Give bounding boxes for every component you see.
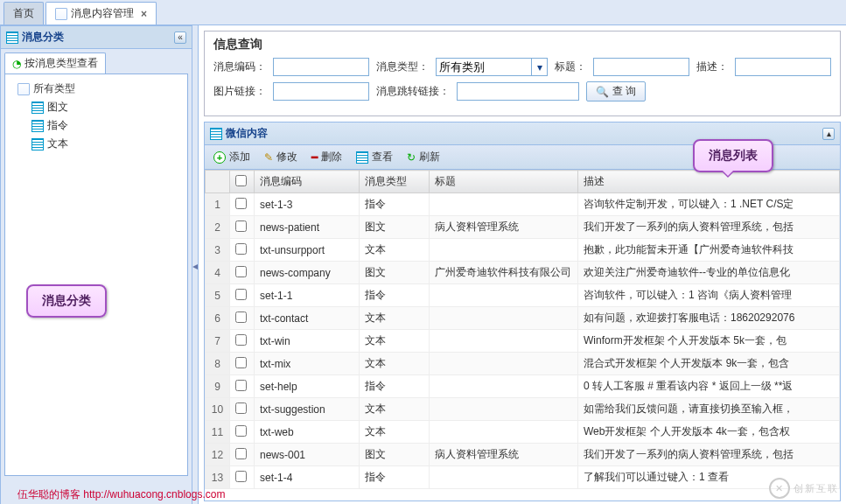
table-row[interactable]: 1set-1-3指令咨询软件定制开发，可以键入：1 .NET C/S定 bbox=[206, 193, 840, 216]
table-row[interactable]: 7txt-win文本Winform开发框架 个人开发版本 5k一套，包 bbox=[206, 330, 840, 353]
grid-title: 微信内容 bbox=[226, 126, 268, 141]
table-row[interactable]: 11txt-web文本Web开发框架 个人开发版本 4k一套，包含权 bbox=[206, 421, 840, 444]
cell-type: 文本 bbox=[360, 307, 430, 330]
row-checkbox[interactable] bbox=[235, 198, 247, 209]
refresh-icon: ↻ bbox=[407, 151, 416, 164]
cell-rownum: 3 bbox=[206, 239, 230, 262]
delete-button[interactable]: ━删除 bbox=[308, 148, 346, 166]
grid-icon bbox=[356, 151, 368, 164]
search-button[interactable]: 🔍查 询 bbox=[586, 81, 646, 102]
tree-cmd[interactable]: 指令 bbox=[10, 116, 182, 135]
cell-title bbox=[430, 330, 578, 353]
row-checkbox[interactable] bbox=[235, 220, 247, 232]
cell-title: 病人资料管理系统 bbox=[430, 216, 578, 239]
cell-code: news-company bbox=[255, 262, 360, 284]
input-title[interactable] bbox=[593, 58, 689, 76]
table-row[interactable]: 3txt-unsurpport文本抱歉，此功能暂未开通【广州爱奇迪软件科技 bbox=[206, 239, 840, 262]
cell-code: set-1-1 bbox=[255, 284, 360, 307]
add-button[interactable]: +添加 bbox=[210, 148, 254, 166]
chevron-down-icon[interactable]: ▾ bbox=[532, 58, 548, 76]
input-type[interactable] bbox=[436, 58, 532, 76]
cell-title bbox=[430, 375, 578, 398]
collapse-up-icon[interactable]: ▴ bbox=[822, 128, 835, 140]
tree-imgtxt[interactable]: 图文 bbox=[10, 98, 182, 116]
cell-type: 文本 bbox=[360, 239, 430, 262]
content: 信息查询 消息编码： 消息类型： ▾ 标题： 描述： 图片链接： 消息跳转链接：… bbox=[199, 25, 846, 504]
input-code[interactable] bbox=[273, 58, 369, 76]
watermark: ✕创新互联 bbox=[769, 478, 839, 499]
cell-desc: 混合式开发框架 个人开发版本 9k一套，包含 bbox=[578, 353, 840, 375]
doc-icon bbox=[55, 8, 67, 20]
cell-check bbox=[230, 307, 255, 330]
row-checkbox[interactable] bbox=[235, 243, 247, 255]
label-imglink: 图片链接： bbox=[213, 84, 266, 99]
row-checkbox[interactable] bbox=[235, 334, 247, 346]
tab-manage[interactable]: 消息内容管理 × bbox=[45, 2, 157, 24]
col-desc[interactable]: 描述 bbox=[578, 171, 840, 193]
table-row[interactable]: 10txt-suggestion文本如需给我们反馈问题，请直接切换至输入框， bbox=[206, 398, 840, 421]
table-row[interactable]: 4news-company图文广州爱奇迪软件科技有限公司欢迎关注广州爱奇迪软件-… bbox=[206, 262, 840, 284]
splitter[interactable]: ◂ bbox=[192, 25, 199, 504]
check-all[interactable] bbox=[235, 175, 247, 186]
row-checkbox[interactable] bbox=[235, 402, 247, 414]
grid-icon bbox=[31, 138, 44, 150]
tree: 所有类型 图文 指令 文本 bbox=[4, 74, 188, 476]
table-row[interactable]: 13set-1-4指令了解我们可以通过键入：1 查看 bbox=[206, 466, 840, 489]
cell-check bbox=[230, 444, 255, 466]
cell-desc: 咨询软件，可以键入：1 咨询《病人资料管理 bbox=[578, 284, 840, 307]
input-desc[interactable] bbox=[735, 58, 831, 76]
top-tabs: 首页 消息内容管理 × bbox=[0, 0, 846, 25]
cell-check bbox=[230, 330, 255, 353]
cell-check bbox=[230, 239, 255, 262]
cell-rownum: 10 bbox=[206, 398, 230, 421]
doc-icon bbox=[17, 83, 30, 95]
cell-title bbox=[430, 193, 578, 216]
table-row[interactable]: 8txt-mix文本混合式开发框架 个人开发版本 9k一套，包含 bbox=[206, 353, 840, 375]
row-checkbox[interactable] bbox=[235, 425, 247, 437]
row-checkbox[interactable] bbox=[235, 471, 247, 482]
row-checkbox[interactable] bbox=[235, 448, 247, 459]
edit-button[interactable]: ✎修改 bbox=[261, 148, 301, 166]
input-jumplink[interactable] bbox=[457, 82, 579, 101]
row-checkbox[interactable] bbox=[235, 289, 247, 300]
table-row[interactable]: 2news-patient图文病人资料管理系统我们开发了一系列的病人资料管理系统… bbox=[206, 216, 840, 239]
tree-all[interactable]: 所有类型 bbox=[10, 80, 182, 98]
tree-imgtxt-label: 图文 bbox=[47, 100, 68, 115]
sidebar-title: 消息分类 bbox=[22, 30, 64, 45]
tab-manage-label: 消息内容管理 bbox=[71, 6, 134, 21]
cell-type: 指令 bbox=[360, 284, 430, 307]
cell-rownum: 6 bbox=[206, 307, 230, 330]
table-row[interactable]: 9set-help指令0 转人工客服 # 重看该内容 * 返回上一级 **返 bbox=[206, 375, 840, 398]
tab-home[interactable]: 首页 bbox=[3, 2, 44, 24]
cell-code: txt-web bbox=[255, 421, 360, 444]
collapse-left-icon[interactable]: « bbox=[174, 32, 186, 44]
cell-type: 图文 bbox=[360, 444, 430, 466]
col-type[interactable]: 消息类型 bbox=[360, 171, 430, 193]
view-label: 查看 bbox=[372, 150, 393, 164]
col-title[interactable]: 标题 bbox=[430, 171, 578, 193]
cell-check bbox=[230, 193, 255, 216]
table-row[interactable]: 6txt-contact文本如有问题，欢迎拨打客服电话：18620292076 bbox=[206, 307, 840, 330]
view-button[interactable]: 查看 bbox=[353, 148, 396, 166]
tree-text[interactable]: 文本 bbox=[10, 135, 182, 153]
chart-icon: ◔ bbox=[12, 58, 21, 70]
sidebar-subtab[interactable]: ◔按消息类型查看 bbox=[4, 52, 106, 74]
cell-type: 图文 bbox=[360, 262, 430, 284]
add-label: 添加 bbox=[229, 150, 250, 164]
table-row[interactable]: 5set-1-1指令咨询软件，可以键入：1 咨询《病人资料管理 bbox=[206, 284, 840, 307]
row-checkbox[interactable] bbox=[235, 312, 247, 323]
row-checkbox[interactable] bbox=[235, 357, 247, 368]
watermark-icon: ✕ bbox=[769, 478, 790, 499]
table-row[interactable]: 12news-001图文病人资料管理系统我们开发了一系列的病人资料管理系统，包括 bbox=[206, 444, 840, 466]
row-checkbox[interactable] bbox=[235, 380, 247, 391]
cell-check bbox=[230, 375, 255, 398]
refresh-button[interactable]: ↻刷新 bbox=[403, 148, 444, 166]
close-icon[interactable]: × bbox=[141, 8, 147, 20]
input-imglink[interactable] bbox=[273, 82, 369, 101]
cell-type: 指令 bbox=[360, 466, 430, 489]
cell-title bbox=[430, 284, 578, 307]
select-type[interactable]: ▾ bbox=[436, 58, 548, 76]
cell-desc: Winform开发框架 个人开发版本 5k一套，包 bbox=[578, 330, 840, 353]
row-checkbox[interactable] bbox=[235, 266, 247, 277]
col-code[interactable]: 消息编码 bbox=[255, 171, 360, 193]
